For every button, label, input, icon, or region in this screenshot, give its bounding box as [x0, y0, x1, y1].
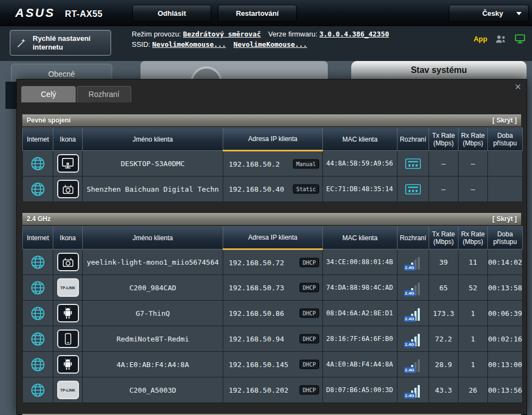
chevron-down-icon: [516, 12, 522, 15]
ssid-link-1[interactable]: NevolimeKomouse...: [152, 40, 226, 48]
globe-icon: [30, 383, 45, 398]
client-name-cell: Shenzhen Baichuan Digital Techn: [83, 176, 223, 202]
device-icon-cell: [53, 352, 83, 377]
wifi-signal-icon: 2.4G: [407, 280, 420, 295]
column-header[interactable]: MAC klienta: [323, 128, 398, 151]
tplink-icon: TP-LINK: [57, 381, 79, 399]
band-badge: 2.4G: [404, 341, 415, 347]
hide-link[interactable]: [ Skrýt ]: [492, 117, 517, 124]
modal-tabs: Celý Rozhraní: [21, 86, 527, 102]
rx-rate-cell: 26: [458, 377, 488, 403]
column-header[interactable]: Rozhraní: [398, 227, 429, 249]
desktop-icon: [57, 154, 79, 173]
table-row: RedmiNote8T-Redmi192.168.50.94DHCP28:16:…: [23, 326, 523, 352]
band-badge: 2.4G: [404, 265, 415, 271]
router-model: RT-AX55: [65, 9, 102, 19]
clients-icon[interactable]: [495, 34, 507, 44]
client-name-cell: DESKTOP-S3A0DMC: [83, 151, 223, 176]
column-header[interactable]: Tx Rate (Mbps): [429, 227, 458, 249]
rx-rate-cell: –: [458, 176, 488, 202]
rx-rate-cell: 1: [458, 352, 488, 377]
quick-setup-label: Rychlé nastavení internetu: [33, 34, 105, 51]
ip-cell: 192.168.50.40Static: [223, 176, 323, 202]
ip-type-badge: DHCP: [299, 334, 319, 344]
reboot-button[interactable]: Restartování: [218, 5, 297, 22]
app-link[interactable]: App: [474, 35, 487, 43]
device-icon-cell: [53, 301, 83, 326]
internet-cell: [23, 352, 53, 377]
client-table-1: InternetIkonaJméno klientaAdresa IP klie…: [22, 226, 523, 403]
column-header[interactable]: Adresa IP klienta: [223, 227, 323, 249]
quick-setup-button[interactable]: Rychlé nastavení internetu: [10, 30, 111, 56]
ip-type-badge: DHCP: [299, 386, 319, 395]
ssid-link-2[interactable]: NevolimeKomouse...: [234, 40, 307, 48]
column-header[interactable]: Doba přístupu: [488, 128, 523, 151]
phone-icon: [57, 329, 79, 348]
internet-cell: [23, 326, 53, 352]
ip-cell: 192.168.50.202DHCP: [223, 377, 323, 403]
interface-cell: [398, 151, 429, 176]
band-badge: 2.4G: [404, 367, 415, 373]
client-name-cell: yeelink-light-mono1_miio5674564: [83, 249, 223, 275]
internet-cell: [23, 151, 53, 176]
column-header[interactable]: Doba přístupu: [488, 227, 523, 249]
interface-cell: 2.4G: [398, 377, 429, 403]
ip-cell: 192.168.50.94DHCP: [223, 326, 323, 352]
device-icon-cell: TP-LINK: [53, 377, 83, 403]
logout-button[interactable]: Odhlásit: [132, 5, 211, 22]
language-selector[interactable]: Česky: [449, 5, 529, 22]
asus-logo: ASUS: [15, 6, 55, 20]
column-header-row: InternetIkonaJméno klientaAdresa IP klie…: [23, 128, 523, 151]
top-bar: ASUS RT-AX55 Odhlásit Restartování Česky: [0, 0, 532, 26]
camera-icon: [57, 253, 79, 271]
table-row: 4A:E0:AB:F4:A4:8A192.168.50.145DHCP4A:E0…: [23, 352, 523, 377]
column-header[interactable]: Ikona: [53, 227, 83, 249]
column-header[interactable]: Tx Rate (Mbps): [429, 128, 458, 151]
column-header[interactable]: Adresa IP klienta: [223, 128, 323, 151]
wifi-signal-icon: 2.4G: [407, 357, 420, 372]
tab-interface[interactable]: Rozhraní: [77, 86, 131, 102]
mode-link[interactable]: Bezdrátový směrovač: [183, 30, 261, 38]
table-row: DESKTOP-S3A0DMC192.168.50.2Manual44:8A:5…: [23, 151, 523, 176]
hide-link[interactable]: [ Skrýt ]: [492, 215, 517, 223]
rx-rate-cell: 1: [458, 326, 488, 352]
quick-setup-wand-icon: [16, 37, 28, 49]
rx-rate-cell: 11: [458, 249, 488, 275]
internet-cell: [23, 275, 53, 301]
column-header[interactable]: Jméno klienta: [83, 128, 223, 151]
client-list-modal: × Celý Rozhraní Pevné spojení[ Skrýt ]In…: [16, 79, 527, 415]
tx-rate-cell: 173.3: [429, 301, 458, 326]
ip-address: 192.168.50.2: [229, 160, 280, 168]
mode-label: Režim provozu:: [132, 30, 181, 38]
tab-all[interactable]: Celý: [21, 86, 76, 102]
ip-type-badge: Static: [293, 185, 319, 194]
ip-type-badge: DHCP: [299, 258, 319, 267]
remote-screen-icon[interactable]: [515, 34, 525, 44]
column-header[interactable]: Rozhraní: [398, 128, 429, 151]
firmware-link[interactable]: 3.0.0.4.386_42350: [320, 30, 389, 38]
globe-icon: [30, 156, 45, 171]
column-header[interactable]: Rx Rate (Mbps): [458, 128, 488, 151]
mac-cell: 34:CE:00:88:01:4B: [323, 249, 398, 275]
globe-icon: [30, 306, 45, 321]
column-header[interactable]: Rx Rate (Mbps): [458, 227, 488, 249]
column-header[interactable]: Internet: [23, 227, 53, 249]
column-header[interactable]: MAC klienta: [323, 227, 398, 249]
infobar-icons: App: [474, 34, 525, 44]
mac-cell: D8:07:B6:A5:00:3D: [323, 377, 398, 403]
globe-icon: [30, 357, 45, 372]
close-icon[interactable]: ×: [515, 81, 521, 92]
column-header-row: InternetIkonaJméno klientaAdresa IP klie…: [23, 227, 523, 249]
client-sections: Pevné spojení[ Skrýt ]InternetIkonaJméno…: [22, 114, 521, 415]
system-status-panel-title: Stav systému: [351, 61, 527, 80]
tx-rate-cell: –: [429, 151, 458, 176]
table-row: Shenzhen Baichuan Digital Techn192.168.5…: [23, 176, 523, 202]
ip-cell: 192.168.50.86DHCP: [223, 301, 323, 326]
band-badge: 2.4G: [404, 290, 415, 296]
column-header[interactable]: Internet: [23, 128, 53, 151]
uptime-cell: 00:13:56: [488, 377, 523, 403]
ip-address: 192.168.50.40: [229, 185, 284, 193]
column-header[interactable]: Ikona: [53, 128, 83, 151]
tx-rate-cell: 65: [429, 275, 458, 301]
column-header[interactable]: Jméno klienta: [83, 227, 223, 249]
